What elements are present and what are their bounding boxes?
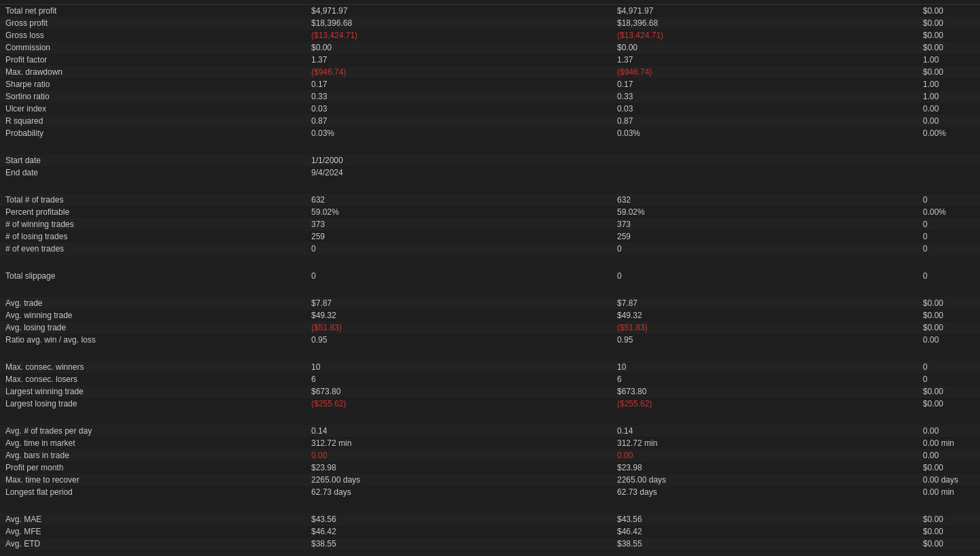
row-all-value: 0	[306, 270, 612, 282]
row-long-value: 0.17	[612, 78, 917, 90]
row-label: R squared	[0, 115, 306, 127]
row-long-value: $673.80	[612, 385, 917, 398]
row-long-value	[612, 167, 917, 179]
row-short-value: 0.00 min	[917, 486, 980, 498]
row-label: Total # of trades	[0, 194, 306, 206]
row-short-value: 0.00 days	[917, 474, 980, 486]
row-short-value: 0.00	[917, 115, 980, 127]
row-label: # of losing trades	[0, 230, 306, 243]
row-label: Avg. ETD	[0, 538, 306, 550]
row-short-value: 0.00%	[917, 127, 980, 139]
row-all-value: ($946.74)	[306, 66, 612, 78]
row-all-value: 6	[306, 373, 612, 385]
row-short-value: $0.00	[917, 29, 980, 41]
row-all-value: 0.00	[306, 449, 612, 462]
row-short-value: 0.00%	[917, 206, 980, 218]
row-all-value: $38.55	[306, 538, 612, 550]
row-short-value: 0	[917, 361, 980, 373]
row-long-value: $38.55	[612, 538, 917, 550]
row-long-value: 2265.00 days	[612, 474, 917, 486]
row-label: Profit per month	[0, 462, 306, 474]
row-all-value: 10	[306, 361, 612, 373]
row-long-value: ($13,424.71)	[612, 29, 917, 41]
row-all-value: 0.03	[306, 103, 612, 115]
row-all-value: 0	[306, 243, 612, 255]
row-label: Profit factor	[0, 54, 306, 66]
row-all-value: 0.33	[306, 90, 612, 103]
row-all-value: 632	[306, 194, 612, 206]
row-long-value	[612, 154, 917, 167]
row-short-value: $0.00	[917, 462, 980, 474]
row-all-value: ($13,424.71)	[306, 29, 612, 41]
row-label: Longest flat period	[0, 486, 306, 498]
row-label: Max. consec. losers	[0, 373, 306, 385]
row-label: Avg. winning trade	[0, 309, 306, 322]
row-label: Probability	[0, 127, 306, 139]
row-label: Gross profit	[0, 17, 306, 29]
row-long-value: 0.33	[612, 90, 917, 103]
row-label: Start date	[0, 154, 306, 167]
row-short-value: 1.00	[917, 90, 980, 103]
row-label: Ulcer index	[0, 103, 306, 115]
row-all-value: 1.37	[306, 54, 612, 66]
row-all-value: 0.03%	[306, 127, 612, 139]
row-long-value: $0.00	[612, 41, 917, 54]
row-all-value: 373	[306, 218, 612, 230]
row-all-value: $4,971.97	[306, 5, 612, 18]
spacer-row	[0, 179, 980, 194]
row-label: End date	[0, 167, 306, 179]
row-all-value: 59.02%	[306, 206, 612, 218]
row-all-value: 0.87	[306, 115, 612, 127]
spacer-row	[0, 498, 980, 513]
row-all-value: ($255.62)	[306, 398, 612, 410]
row-long-value: 312.72 min	[612, 437, 917, 449]
row-long-value: 0.14	[612, 425, 917, 437]
row-label: Max. drawdown	[0, 66, 306, 78]
row-all-value: 312.72 min	[306, 437, 612, 449]
row-short-value: 0	[917, 373, 980, 385]
row-label: Gross loss	[0, 29, 306, 41]
row-label: # of even trades	[0, 243, 306, 255]
row-short-value: $0.00	[917, 513, 980, 525]
row-all-value: 0.14	[306, 425, 612, 437]
row-all-value: 9/4/2024	[306, 167, 612, 179]
row-short-value: 0.00	[917, 449, 980, 462]
row-long-value: $49.32	[612, 309, 917, 322]
row-long-value: 632	[612, 194, 917, 206]
row-all-value: 1/1/2000	[306, 154, 612, 167]
spacer-row	[0, 282, 980, 297]
row-long-value: $46.42	[612, 525, 917, 538]
row-label: Total net profit	[0, 5, 306, 18]
row-long-value: 62.73 days	[612, 486, 917, 498]
row-long-value: $43.56	[612, 513, 917, 525]
row-label: Ratio avg. win / avg. loss	[0, 334, 306, 346]
row-all-value: 2265.00 days	[306, 474, 612, 486]
row-short-value	[917, 167, 980, 179]
row-all-value: $18,396.68	[306, 17, 612, 29]
row-short-value: 0	[917, 230, 980, 243]
row-label: Avg. # of trades per day	[0, 425, 306, 437]
row-short-value: $0.00	[917, 297, 980, 309]
row-long-value: 0.95	[612, 334, 917, 346]
row-all-value: 62.73 days	[306, 486, 612, 498]
row-long-value: 259	[612, 230, 917, 243]
row-short-value: $0.00	[917, 385, 980, 398]
row-long-value: 0.00	[612, 449, 917, 462]
row-label: Avg. MAE	[0, 513, 306, 525]
row-all-value: ($51.83)	[306, 322, 612, 334]
row-short-value: 0	[917, 194, 980, 206]
performance-table: Total net profit $4,971.97 $4,971.97 $0.…	[0, 0, 980, 550]
row-label: Avg. bars in trade	[0, 449, 306, 462]
row-long-value: 0	[612, 270, 917, 282]
row-all-value: $673.80	[306, 385, 612, 398]
row-label: Sharpe ratio	[0, 78, 306, 90]
row-long-value: 0.03%	[612, 127, 917, 139]
row-all-value: $0.00	[306, 41, 612, 54]
row-label: Largest winning trade	[0, 385, 306, 398]
row-all-value: $43.56	[306, 513, 612, 525]
row-short-value: 0.00 min	[917, 437, 980, 449]
row-short-value: $0.00	[917, 309, 980, 322]
row-all-value: 259	[306, 230, 612, 243]
row-long-value: 373	[612, 218, 917, 230]
row-long-value: $7.87	[612, 297, 917, 309]
